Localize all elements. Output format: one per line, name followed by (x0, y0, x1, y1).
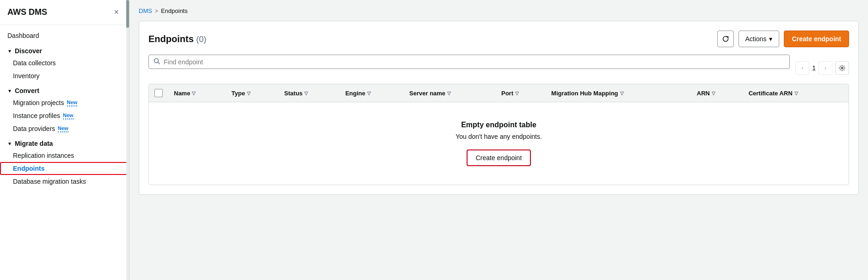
empty-state-title: Empty endpoint table (149, 121, 849, 129)
card-title-group: Endpoints (0) (148, 34, 206, 44)
table-header-engine[interactable]: Engine ▽ (340, 84, 404, 102)
sort-icon-certificate-arn: ▽ (794, 91, 798, 96)
empty-state-desc: You don't have any endpoints. (149, 133, 849, 140)
table-header-certificate-arn[interactable]: Certificate ARN ▽ (743, 84, 849, 102)
sidebar-title: AWS DMS (7, 7, 47, 17)
sort-icon-port: ▽ (515, 91, 519, 96)
chevron-down-icon-actions: ▾ (769, 35, 772, 43)
search-input[interactable] (164, 58, 785, 66)
table-empty-row: Empty endpoint table You don't have any … (149, 102, 849, 185)
pagination-area: ‹ 1 › (795, 61, 849, 75)
badge-new-instance-profiles: New (63, 112, 74, 119)
create-endpoint-inline-button[interactable]: Create endpoint (467, 149, 531, 166)
svg-point-2 (841, 67, 843, 69)
sidebar-item-data-providers[interactable]: Data providers New (0, 122, 129, 135)
page-settings-button[interactable] (835, 61, 849, 75)
sort-icon-status: ▽ (304, 91, 308, 96)
page-number: 1 (812, 64, 816, 72)
search-bar (148, 55, 790, 69)
sidebar-nav: Dashboard ▼ Discover Data collectors Inv… (0, 25, 129, 192)
refresh-icon (722, 35, 729, 43)
search-icon (154, 58, 160, 66)
svg-line-1 (158, 62, 160, 64)
badge-new-migration-projects: New (67, 100, 78, 106)
select-all-checkbox[interactable] (154, 89, 163, 97)
table-header-arn[interactable]: ARN ▽ (691, 84, 743, 102)
table-header-name[interactable]: Name ▽ (168, 84, 226, 102)
chevron-down-icon-migrate: ▼ (7, 141, 12, 146)
table-header-port[interactable]: Port ▽ (496, 84, 546, 102)
refresh-button[interactable] (717, 31, 734, 47)
sort-icon-server-name: ▽ (447, 91, 451, 96)
sidebar-section-migrate-data[interactable]: ▼ Migrate data (0, 135, 129, 149)
endpoints-table-wrapper: Name ▽ Type ▽ Status (148, 84, 849, 185)
sort-icon-migration-hub-mapping: ▽ (620, 91, 624, 96)
actions-button[interactable]: Actions ▾ (739, 31, 780, 47)
sidebar-item-endpoints[interactable]: Endpoints (0, 162, 129, 175)
sort-icon-engine: ▽ (367, 91, 371, 96)
sidebar-item-replication-instances[interactable]: Replication instances (0, 149, 129, 162)
chevron-down-icon: ▼ (7, 49, 12, 54)
sidebar-close-button[interactable]: × (111, 6, 122, 18)
table-header-row: Name ▽ Type ▽ Status (149, 84, 849, 102)
search-row: ‹ 1 › (148, 55, 849, 76)
main-content: DMS > Endpoints Endpoints (0) Actions (129, 0, 868, 280)
table-header-type[interactable]: Type ▽ (226, 84, 279, 102)
sort-icon-arn: ▽ (712, 91, 715, 96)
sidebar-item-dashboard[interactable]: Dashboard (0, 29, 129, 43)
card-header: Endpoints (0) Actions ▾ Create endpoint (148, 31, 849, 47)
create-endpoint-button[interactable]: Create endpoint (784, 31, 849, 47)
endpoints-card: Endpoints (0) Actions ▾ Create endpoint (139, 21, 859, 195)
breadcrumb-separator: > (155, 8, 158, 14)
settings-icon (839, 65, 845, 71)
next-page-button[interactable]: › (819, 61, 832, 75)
table-header-checkbox-col (149, 84, 168, 102)
breadcrumb: DMS > Endpoints (139, 7, 859, 14)
card-actions: Actions ▾ Create endpoint (717, 31, 850, 47)
sidebar-section-convert[interactable]: ▼ Convert (0, 82, 129, 96)
card-title: Endpoints (0) (148, 34, 206, 44)
sidebar-item-instance-profiles[interactable]: Instance profiles New (0, 109, 129, 122)
sidebar-item-migration-projects[interactable]: Migration projects New (0, 96, 129, 109)
sidebar-item-data-collectors[interactable]: Data collectors (0, 56, 129, 69)
sort-icon-type: ▽ (247, 91, 251, 96)
chevron-down-icon-convert: ▼ (7, 88, 12, 93)
breadcrumb-dms-link[interactable]: DMS (139, 7, 152, 14)
sidebar-item-inventory[interactable]: Inventory (0, 69, 129, 82)
table-header-migration-hub-mapping[interactable]: Migration Hub Mapping ▽ (546, 84, 691, 102)
scrollbar-track (126, 0, 129, 280)
sidebar-section-discover[interactable]: ▼ Discover (0, 43, 129, 56)
sort-icon-name: ▽ (192, 91, 196, 96)
breadcrumb-current: Endpoints (161, 7, 188, 14)
prev-page-button[interactable]: ‹ (795, 61, 809, 75)
table-header-server-name[interactable]: Server name ▽ (404, 84, 496, 102)
sidebar-header: AWS DMS × (0, 0, 129, 25)
scrollbar-thumb[interactable] (126, 0, 129, 28)
endpoints-table: Name ▽ Type ▽ Status (149, 84, 849, 185)
badge-new-data-providers: New (58, 125, 68, 132)
sidebar-item-database-migration-tasks[interactable]: Database migration tasks (0, 175, 129, 188)
sidebar: AWS DMS × Dashboard ▼ Discover Data coll… (0, 0, 129, 280)
table-header-status[interactable]: Status ▽ (279, 84, 340, 102)
empty-state: Empty endpoint table You don't have any … (149, 102, 849, 185)
